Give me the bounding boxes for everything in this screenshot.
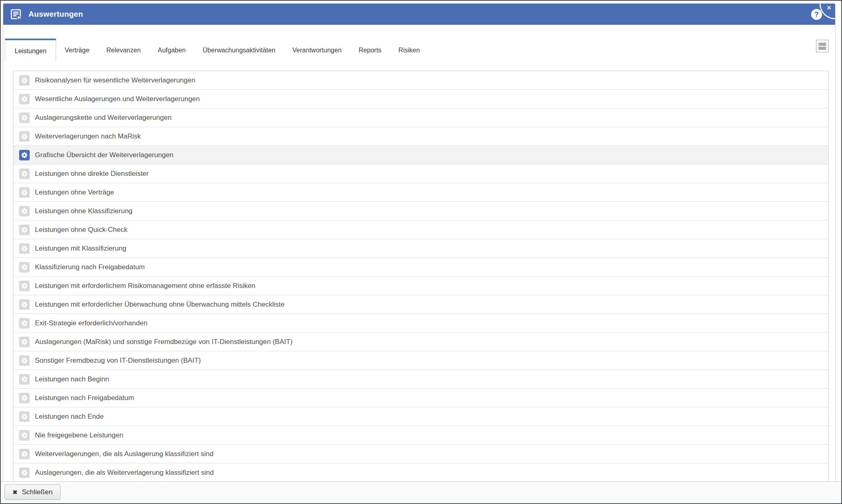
- list-item-label: Nie freigegebene Leistungen: [35, 431, 123, 439]
- gear-icon: [19, 225, 30, 235]
- tab-leistungen[interactable]: Leistungen: [5, 39, 56, 62]
- list-item-label: Sonstiger Fremdbezug von IT-Dienstleistu…: [35, 357, 201, 365]
- tab-label: Verantwortungen: [293, 47, 342, 54]
- list-view-icon[interactable]: [816, 40, 829, 52]
- tab-label: Überwachungsaktivitäten: [203, 47, 276, 54]
- list-item-label: Weiterverlagerungen, die als Auslagerung…: [35, 450, 213, 458]
- list-item-label: Leistungen mit erforderlicher Überwachun…: [35, 301, 284, 309]
- gear-icon: [19, 243, 30, 254]
- list-view-bar: [818, 43, 826, 46]
- list-item[interactable]: Leistungen mit erforderlicher Überwachun…: [13, 295, 828, 314]
- list-item-label: Grafische Übersicht der Weiterverlagerun…: [35, 151, 174, 159]
- tab-label: Risiken: [399, 47, 420, 54]
- tab-relevanzen[interactable]: Relevanzen: [98, 39, 150, 62]
- list-item-label: Leistungen nach Freigabedatum: [35, 394, 134, 402]
- report-list: Risikoanalysen für wesentliche Weiterver…: [13, 71, 829, 482]
- gear-icon: [19, 337, 30, 347]
- gear-icon: [19, 206, 30, 216]
- list-item-label: Risikoanalysen für wesentliche Weiterver…: [35, 76, 195, 84]
- gear-icon: [19, 187, 30, 198]
- list-item[interactable]: Sonstiger Fremdbezug von IT-Dienstleistu…: [13, 351, 828, 370]
- gear-icon: [19, 262, 30, 273]
- close-icon: ✕: [827, 5, 831, 11]
- list-item-label: Weiterverlagerungen nach MaRisk: [35, 132, 141, 141]
- auswertungen-window: Auswertungen ? ✕ Leistungen Verträge Rel…: [0, 0, 842, 504]
- tab-bar: Leistungen Verträge Relevanzen Aufgaben …: [5, 39, 832, 62]
- gear-icon: [19, 131, 30, 142]
- tab-vertraege[interactable]: Verträge: [56, 39, 98, 62]
- list-item[interactable]: Exit-Strategie erforderlich/vorhanden: [13, 314, 828, 332]
- list-item-label: Auslagerungskette und Weiterverlagerunge…: [35, 114, 171, 122]
- dialog-panel: Auswertungen ? ✕ Leistungen Verträge Rel…: [3, 3, 835, 481]
- list-item[interactable]: Leistungen nach Freigabedatum: [13, 388, 828, 407]
- gear-icon: [19, 393, 30, 403]
- list-item[interactable]: Leistungen nach Ende: [13, 407, 828, 426]
- list-item[interactable]: Auslagerungskette und Weiterverlagerunge…: [13, 108, 828, 127]
- report-icon: [11, 9, 21, 19]
- tab-label: Leistungen: [15, 48, 46, 55]
- footer-bar: ✖ Schließen: [1, 481, 841, 503]
- list-item[interactable]: Leistungen ohne direkte Dienstleister: [13, 164, 828, 183]
- list-item-label: Leistungen nach Beginn: [35, 375, 109, 383]
- list-item[interactable]: Leistungen ohne Verträge: [13, 183, 828, 201]
- close-x-icon: ✖: [13, 489, 17, 495]
- list-item[interactable]: Nie freigegebene Leistungen: [13, 426, 828, 444]
- list-item[interactable]: Weiterverlagerungen nach MaRisk: [13, 127, 828, 145]
- list-item[interactable]: Auslagerungen, die als Weiterverlagerung…: [13, 463, 828, 482]
- tab-label: Verträge: [65, 47, 89, 54]
- list-item[interactable]: Risikoanalysen für wesentliche Weiterver…: [13, 71, 828, 89]
- tab-verantwortungen[interactable]: Verantwortungen: [284, 39, 350, 62]
- gear-icon: [19, 374, 30, 385]
- list-item[interactable]: Leistungen mit Klassifizierung: [13, 239, 828, 257]
- list-item-label: Klassifizierung nach Freigabedatum: [35, 263, 145, 271]
- gear-icon: [19, 94, 30, 104]
- schliessen-button[interactable]: ✖ Schließen: [4, 485, 61, 500]
- gear-icon: [19, 75, 30, 86]
- list-item-label: Leistungen nach Ende: [35, 413, 104, 421]
- list-item-label: Leistungen ohne Quick-Check: [35, 226, 128, 234]
- list-item[interactable]: Leistungen nach Beginn: [13, 370, 828, 388]
- gear-icon: [19, 281, 30, 291]
- gear-icon: [19, 355, 30, 366]
- tab-label: Reports: [359, 47, 382, 54]
- gear-icon: [19, 430, 30, 441]
- window-title: Auswertungen: [28, 10, 83, 19]
- list-item[interactable]: Klassifizierung nach Freigabedatum: [13, 257, 828, 276]
- tab-label: Relevanzen: [106, 47, 141, 54]
- gear-icon: [19, 112, 30, 123]
- list-item[interactable]: Weiterverlagerungen, die als Auslagerung…: [13, 444, 828, 463]
- list-item[interactable]: Leistungen ohne Klassifizierung: [13, 201, 828, 220]
- list-item-label: Wesentliche Auslagerungen und Weiterverl…: [35, 95, 200, 103]
- corner-arc: [816, 4, 835, 20]
- tab-reports[interactable]: Reports: [350, 39, 390, 62]
- list-item-label: Leistungen mit erforderlichem Risikomana…: [35, 282, 255, 290]
- close-window-button[interactable]: ✕: [816, 4, 835, 20]
- list-item-label: Leistungen ohne Klassifizierung: [35, 207, 132, 215]
- list-item-label: Auslagerungen (MaRisk) und sonstige Frem…: [35, 338, 293, 346]
- titlebar: Auswertungen ? ✕: [3, 4, 835, 25]
- tab-risiken[interactable]: Risiken: [390, 39, 428, 62]
- list-view-bar: [818, 47, 826, 50]
- list-item[interactable]: Leistungen ohne Quick-Check: [13, 220, 828, 239]
- tab-label: Aufgaben: [158, 47, 186, 54]
- list-item[interactable]: Auslagerungen (MaRisk) und sonstige Frem…: [13, 332, 828, 351]
- gear-icon: [19, 169, 30, 179]
- list-item-label: Leistungen ohne Verträge: [35, 188, 114, 197]
- schliessen-button-label: Schließen: [22, 488, 53, 496]
- tab-ueberwachungsaktivitaeten[interactable]: Überwachungsaktivitäten: [194, 39, 284, 62]
- gear-icon: [19, 299, 30, 310]
- list-item-label: Auslagerungen, die als Weiterverlagerung…: [35, 469, 214, 477]
- list-item-label: Exit-Strategie erforderlich/vorhanden: [35, 319, 148, 327]
- gear-icon: [19, 318, 30, 329]
- gear-icon: [19, 150, 30, 160]
- gear-icon: [19, 467, 30, 478]
- list-item[interactable]: Leistungen mit erforderlichem Risikomana…: [13, 276, 828, 295]
- list-item-label: Leistungen mit Klassifizierung: [35, 244, 126, 253]
- list-item-selected[interactable]: Grafische Übersicht der Weiterverlagerun…: [13, 145, 828, 164]
- gear-icon: [19, 449, 30, 459]
- tab-aufgaben[interactable]: Aufgaben: [149, 39, 194, 62]
- list-item-label: Leistungen ohne direkte Dienstleister: [35, 170, 149, 178]
- list-item[interactable]: Wesentliche Auslagerungen und Weiterverl…: [13, 89, 828, 108]
- gear-icon: [19, 411, 30, 422]
